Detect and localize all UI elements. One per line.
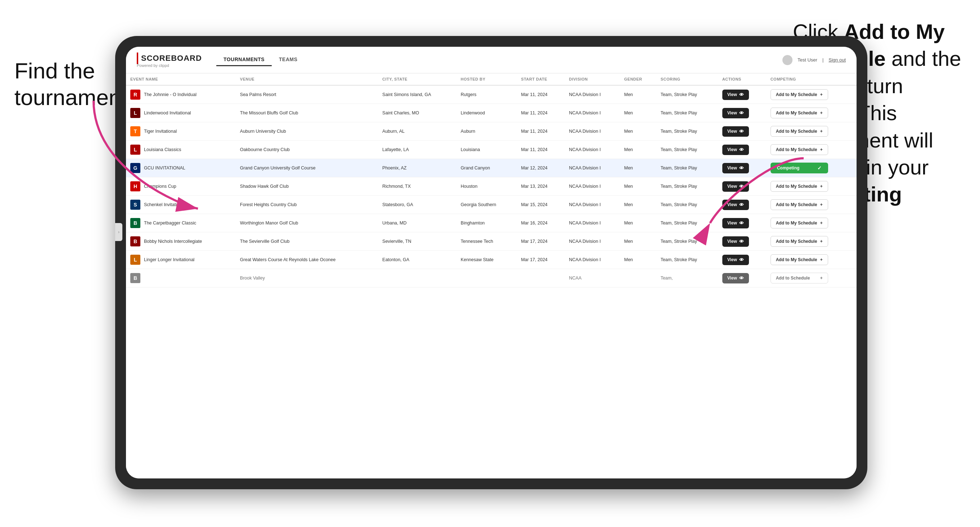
app-header: SCOREBOARD Powered by clippd TOURNAMENTS… xyxy=(126,47,857,73)
team-logo: B xyxy=(130,218,140,228)
event-name-cell: L Linger Longer Invitational xyxy=(126,251,236,269)
view-button[interactable]: View 👁 xyxy=(722,144,749,155)
plus-icon: + xyxy=(820,92,823,97)
actions-cell: View 👁 xyxy=(718,122,766,141)
city-state-cell: Auburn, AL xyxy=(378,122,457,141)
division-cell: NCAA Division I xyxy=(565,214,620,232)
venue-cell: Brook Valley xyxy=(236,269,378,287)
gender-cell: Men xyxy=(620,196,656,214)
event-name-cell: B Bobby Nichols Intercollegiate xyxy=(126,232,236,251)
plus-icon: + xyxy=(820,276,823,281)
event-name-cell: B The Carpetbagger Classic xyxy=(126,214,236,232)
eye-icon: 👁 xyxy=(739,239,744,244)
city-state-cell: Statesboro, GA xyxy=(378,196,457,214)
nav-tabs: TOURNAMENTS TEAMS xyxy=(216,54,305,66)
view-button[interactable]: View 👁 xyxy=(722,255,749,265)
scoring-cell: Team, Stroke Play xyxy=(656,122,718,141)
event-name-cell: B xyxy=(126,269,236,287)
team-logo: B xyxy=(130,273,140,283)
gender-cell: Men xyxy=(620,232,656,251)
eye-icon: 👁 xyxy=(739,110,744,116)
col-hosted-by: HOSTED BY xyxy=(457,73,517,85)
powered-by: Powered by clippd xyxy=(137,63,202,68)
team-logo: B xyxy=(130,237,140,246)
user-section: Test User | Sign out xyxy=(783,55,846,65)
venue-cell: The Sevierville Golf Club xyxy=(236,232,378,251)
competing-cell: Add to My Schedule + xyxy=(766,104,857,122)
view-button[interactable]: View 👁 xyxy=(722,90,749,100)
division-cell: NCAA Division I xyxy=(565,196,620,214)
add-schedule-button[interactable]: Add to My Schedule + xyxy=(770,126,828,137)
sidebar-toggle[interactable]: › xyxy=(115,223,123,241)
start-date-cell: Mar 15, 2024 xyxy=(517,196,565,214)
nav-tab-tournaments[interactable]: TOURNAMENTS xyxy=(216,54,272,66)
hosted-by-cell: Georgia Southern xyxy=(457,196,517,214)
venue-cell: Auburn University Club xyxy=(236,122,378,141)
city-state-cell: Saint Charles, MO xyxy=(378,104,457,122)
view-button[interactable]: View 👁 xyxy=(722,108,749,118)
table-header-row: EVENT NAME VENUE CITY, STATE HOSTED BY S… xyxy=(126,73,857,85)
competing-cell: Add to Schedule + xyxy=(766,269,857,287)
venue-cell: Grand Canyon University Golf Course xyxy=(236,159,378,177)
check-icon: ✓ xyxy=(817,165,822,171)
add-schedule-button[interactable]: Add to Schedule + xyxy=(770,273,828,284)
gender-cell: Men xyxy=(620,251,656,269)
view-button[interactable]: View 👁 xyxy=(722,126,749,137)
hosted-by-cell: Grand Canyon xyxy=(457,159,517,177)
start-date-cell: Mar 11, 2024 xyxy=(517,122,565,141)
add-schedule-label: Add to My Schedule xyxy=(776,110,817,116)
add-schedule-button[interactable]: Add to My Schedule + xyxy=(770,254,828,265)
add-schedule-button[interactable]: Add to My Schedule + xyxy=(770,144,828,155)
col-start-date: START DATE xyxy=(517,73,565,85)
add-schedule-button[interactable]: Add to My Schedule + xyxy=(770,236,828,247)
eye-icon: 👁 xyxy=(739,129,744,134)
competing-cell: Add to My Schedule + xyxy=(766,232,857,251)
user-name: Test User xyxy=(797,57,817,63)
start-date-cell: Mar 16, 2024 xyxy=(517,214,565,232)
scoring-cell: Team, xyxy=(656,269,718,287)
start-date-cell: Mar 17, 2024 xyxy=(517,232,565,251)
nav-tab-teams[interactable]: TEAMS xyxy=(272,54,305,66)
table-container: EVENT NAME VENUE CITY, STATE HOSTED BY S… xyxy=(126,73,857,478)
add-schedule-button[interactable]: Add to My Schedule + xyxy=(770,108,828,118)
hosted-by-cell: Tennessee Tech xyxy=(457,232,517,251)
logo-bar xyxy=(137,52,138,64)
tablet-screen: SCOREBOARD Powered by clippd TOURNAMENTS… xyxy=(126,47,857,478)
competing-cell: Add to My Schedule + xyxy=(766,122,857,141)
add-schedule-button[interactable]: Add to My Schedule + xyxy=(770,89,828,100)
hosted-by-cell: Kennesaw State xyxy=(457,251,517,269)
scoring-cell: Team, Stroke Play xyxy=(656,251,718,269)
view-button[interactable]: View 👁 xyxy=(722,237,749,247)
add-schedule-label: Add to My Schedule xyxy=(776,239,817,244)
venue-cell: Sea Palms Resort xyxy=(236,85,378,104)
left-arrow xyxy=(79,97,209,212)
col-venue: VENUE xyxy=(236,73,378,85)
plus-icon: + xyxy=(820,184,823,189)
city-state-cell: Phoenix, AZ xyxy=(378,159,457,177)
gender-cell xyxy=(620,269,656,287)
user-avatar xyxy=(783,55,792,65)
city-state-cell xyxy=(378,269,457,287)
hosted-by-cell xyxy=(457,269,517,287)
city-state-cell: Sevierville, TN xyxy=(378,232,457,251)
scoring-cell: Team, Stroke Play xyxy=(656,85,718,104)
hosted-by-cell: Rutgers xyxy=(457,85,517,104)
plus-icon: + xyxy=(820,257,823,262)
event-name: Bobby Nichols Intercollegiate xyxy=(144,239,202,244)
actions-cell: View 👁 xyxy=(718,251,766,269)
event-name: Linger Longer Invitational xyxy=(144,257,194,262)
add-schedule-label: Add to Schedule xyxy=(776,276,810,281)
venue-cell: Forest Heights Country Club xyxy=(236,196,378,214)
gender-cell: Men xyxy=(620,141,656,159)
division-cell: NCAA Division I xyxy=(565,104,620,122)
col-division: DIVISION xyxy=(565,73,620,85)
view-button[interactable]: View 👁 xyxy=(722,273,749,284)
hosted-by-cell: Auburn xyxy=(457,122,517,141)
gender-cell: Men xyxy=(620,122,656,141)
table-row: B Brook Valley NCAA Team, View 👁 Add to … xyxy=(126,269,857,287)
city-state-cell: Eatonton, GA xyxy=(378,251,457,269)
venue-cell: The Missouri Bluffs Golf Club xyxy=(236,104,378,122)
table-row: L Lindenwood Invitational The Missouri B… xyxy=(126,104,857,122)
sign-out-link[interactable]: Sign out xyxy=(829,57,846,63)
competing-cell: Add to My Schedule + xyxy=(766,251,857,269)
